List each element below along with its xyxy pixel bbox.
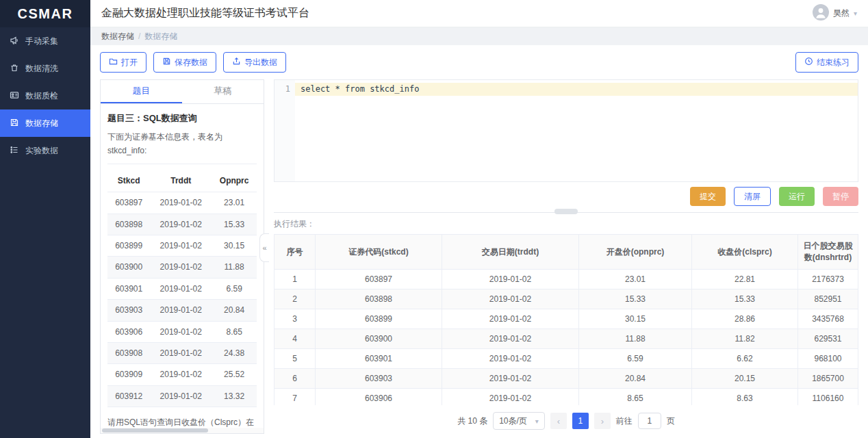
code-area[interactable]: select * from stkcd_info	[295, 80, 858, 181]
tab-draft[interactable]: 草稿	[182, 80, 264, 103]
results-table-head: 序号 证券代码(stkcd) 交易日期(trddt) 开盘价(opnprc) 收…	[275, 235, 858, 270]
tab-question[interactable]: 题目	[101, 80, 182, 103]
open-button[interactable]: 打开	[100, 52, 146, 73]
table-cell: 11.88	[212, 257, 257, 278]
export-data-button[interactable]: 导出数据	[223, 52, 286, 73]
table-cell: 15.33	[692, 289, 798, 309]
table-cell: 22.81	[692, 270, 798, 289]
table-cell: 8.65	[212, 321, 257, 342]
table-cell: 603906	[107, 321, 150, 342]
submit-button[interactable]: 提交	[690, 187, 726, 206]
page-size-select[interactable]: 10条/页 ▾	[493, 412, 545, 430]
sidebar-item-label: 实验数据	[25, 145, 58, 157]
question-table: Stkcd Trddt Opnprc 603897	[107, 170, 257, 407]
table-cell: 2019-01-02	[442, 289, 579, 309]
question-panel-scrollbar[interactable]	[101, 428, 264, 433]
table-cell: 603899	[316, 309, 442, 329]
sidebar-item-data-clean[interactable]: 数据清洗	[0, 55, 90, 82]
table-cell: 20.15	[692, 369, 798, 389]
column-header: Opnprc	[212, 170, 257, 192]
splitter-drag-handle[interactable]	[554, 209, 578, 214]
goto-label: 前往	[616, 415, 633, 427]
page-title: 金融大数据处理职业技能等级证书考试平台	[101, 6, 309, 21]
sidebar-item-data-quality[interactable]: 数据质检	[0, 82, 90, 110]
table-cell: 1106160	[798, 389, 858, 406]
save-disk-icon	[10, 118, 19, 129]
scrollbar-thumb[interactable]	[102, 428, 208, 433]
save-icon	[162, 57, 171, 68]
workspace: 题目 草稿 题目三：SQL数据查询 下面为证券基本信息表，表名为stkcd_in…	[100, 79, 858, 434]
table-cell: 2176373	[798, 270, 858, 289]
collapse-panel-handle[interactable]: «	[259, 233, 269, 262]
column-header: 开盘价(opnprc)	[579, 235, 692, 270]
code-line[interactable]: select * from stkcd_info	[295, 83, 858, 96]
prev-page-button[interactable]: ‹	[550, 413, 567, 429]
csmar-logo: CSMAR	[0, 0, 90, 27]
question-intro: 下面为证券基本信息表，表名为stkcd_info:	[107, 130, 257, 164]
table-cell: 2019-01-02	[442, 349, 579, 369]
table-cell: 3	[275, 309, 316, 329]
list-icon	[10, 145, 19, 157]
table-cell: 2019-01-02	[150, 300, 212, 321]
table-cell: 603906	[316, 389, 442, 406]
user-menu[interactable]: 昊然 ▾	[813, 4, 857, 23]
avatar	[813, 4, 829, 23]
table-cell: 8.63	[692, 389, 798, 406]
save-data-button-label: 保存数据	[175, 57, 207, 68]
table-cell: 6.62	[692, 349, 798, 369]
table-cell: 15.33	[212, 214, 257, 235]
table-row: 603908 2019-01-02 24.38	[107, 343, 257, 364]
table-cell: 603898	[107, 214, 150, 235]
panel-splitter	[274, 212, 858, 213]
table-cell: 23.01	[579, 270, 692, 289]
column-header: 交易日期(trddt)	[442, 235, 579, 270]
table-cell: 1865700	[798, 369, 858, 389]
finish-practice-button[interactable]: 结束练习	[795, 52, 858, 73]
save-data-button[interactable]: 保存数据	[153, 52, 216, 73]
sidebar-item-manual-collect[interactable]: 手动采集	[0, 27, 90, 55]
table-cell: 629531	[798, 329, 858, 349]
table-cell: 603897	[107, 192, 150, 214]
pause-button[interactable]: 暂停	[823, 187, 858, 206]
breadcrumb-item[interactable]: 数据存储	[101, 31, 134, 42]
table-cell: 6.59	[212, 278, 257, 299]
run-button[interactable]: 运行	[779, 187, 815, 206]
table-cell: 30.15	[579, 309, 692, 329]
id-card-icon	[10, 90, 19, 102]
table-row: 7 603906 2019-01-02 8.65 8.63 1106160	[275, 389, 858, 406]
content-area: 打开 保存数据 导出数据	[90, 45, 868, 438]
breadcrumb-separator: /	[138, 31, 140, 41]
next-page-button[interactable]: ›	[594, 413, 611, 429]
table-cell: 2019-01-02	[150, 257, 212, 278]
table-cell: 603903	[107, 300, 150, 321]
table-cell: 603898	[316, 289, 442, 309]
table-row: 6 603903 2019-01-02 20.84 20.15 1865700	[275, 369, 858, 389]
table-cell: 968100	[798, 349, 858, 369]
sidebar-item-data-storage[interactable]: 数据存储	[0, 110, 90, 137]
table-row: 603897 2019-01-02 23.01	[107, 192, 257, 214]
table-row: 603903 2019-01-02 20.84	[107, 300, 257, 321]
table-row: 603909 2019-01-02 25.52	[107, 364, 257, 385]
sidebar: CSMAR 手动采集 数据清洗 数据质检	[0, 0, 90, 438]
goto-page-input[interactable]	[638, 413, 661, 429]
table-row: 603900 2019-01-02 11.88	[107, 257, 257, 278]
clear-screen-button[interactable]: 清屏	[734, 187, 771, 206]
line-number: 1	[275, 83, 290, 96]
sql-editor: 1 select * from stkcd_info	[274, 79, 858, 182]
table-cell: 11.88	[579, 329, 692, 349]
table-cell: 6	[275, 369, 316, 389]
editor-actions: 提交 清屏 运行 暂停	[274, 187, 858, 206]
table-cell: 2019-01-02	[150, 321, 212, 342]
column-header: 证券代码(stkcd)	[316, 235, 442, 270]
page-number-1[interactable]: 1	[572, 413, 589, 429]
column-header: 序号	[275, 235, 316, 270]
table-row: 603906 2019-01-02 8.65	[107, 321, 257, 342]
table-cell: 603909	[107, 364, 150, 385]
table-cell: 2019-01-02	[150, 192, 212, 214]
table-cell: 5	[275, 349, 316, 369]
app-root: CSMAR 手动采集 数据清洗 数据质检	[0, 0, 868, 438]
trash-icon	[10, 63, 19, 75]
table-cell: 1	[275, 270, 316, 289]
sidebar-item-experiment-data[interactable]: 实验数据	[0, 137, 90, 164]
folder-icon	[109, 57, 118, 68]
